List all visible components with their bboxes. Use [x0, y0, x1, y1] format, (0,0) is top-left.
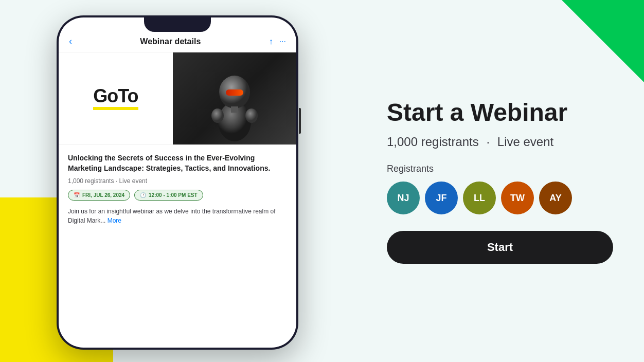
svg-rect-3 [231, 106, 238, 113]
start-button[interactable]: Start [387, 231, 613, 264]
panel-subtitle: 1,000 registrants · Live event [387, 135, 613, 149]
clock-icon: 🕐 [140, 192, 146, 198]
registrants-label: Registrants [387, 164, 613, 174]
goto-underline [93, 107, 138, 110]
registrant-avatar: JF [425, 182, 458, 214]
webinar-description: Join us for an insightful webinar as we … [68, 207, 287, 225]
bg-green-triangle [562, 0, 644, 82]
header-actions: ↑ ··· [269, 37, 286, 46]
screen-title: Webinar details [140, 37, 201, 46]
phone-side-button [299, 108, 301, 134]
phone-mockup: ‹ Webinar details ↑ ··· GoTo [57, 15, 298, 350]
webinar-tags: 📅 FRI, JUL 26, 2024 🕐 12:00 - 1:00 PM ES… [68, 190, 287, 201]
calendar-icon: 📅 [74, 192, 80, 198]
date-tag-label: FRI, JUL 26, 2024 [82, 192, 124, 198]
read-more-link[interactable]: More [108, 217, 121, 224]
registrant-avatar: NJ [387, 182, 420, 214]
webinar-meta: 1,000 registrants · Live event [68, 177, 287, 185]
avatars-row: NJJFLLTWAY [387, 182, 613, 214]
webinar-title: Unlocking the Secrets of Success in the … [68, 153, 287, 173]
back-button[interactable]: ‹ [69, 36, 72, 47]
robot-illustration [206, 55, 263, 142]
svg-point-4 [211, 108, 224, 123]
phone-notch [144, 17, 211, 32]
panel-title: Start a Webinar [387, 98, 613, 126]
registrant-avatar: TW [501, 182, 534, 214]
webinar-hero: GoTo [59, 52, 296, 145]
registrant-avatar: AY [539, 182, 572, 214]
goto-logo-text: GoTo [93, 87, 138, 105]
goto-logo: GoTo [93, 87, 138, 110]
svg-rect-2 [226, 89, 243, 96]
upload-icon[interactable]: ↑ [269, 37, 273, 46]
webinar-thumbnail [173, 52, 296, 144]
time-tag: 🕐 12:00 - 1:00 PM EST [134, 190, 203, 201]
phone-content: GoTo [59, 52, 296, 348]
webinar-info: Unlocking the Secrets of Success in the … [59, 145, 296, 233]
subtitle-registrants: 1,000 registrants [387, 135, 479, 149]
date-tag: 📅 FRI, JUL 26, 2024 [68, 190, 130, 201]
goto-logo-section: GoTo [59, 52, 173, 144]
registrant-avatar: LL [463, 182, 496, 214]
right-panel: Start a Webinar 1,000 registrants · Live… [387, 98, 613, 264]
svg-point-5 [245, 108, 258, 123]
phone-screen: ‹ Webinar details ↑ ··· GoTo [59, 17, 296, 348]
time-tag-label: 12:00 - 1:00 PM EST [149, 192, 197, 198]
more-options-icon[interactable]: ··· [279, 37, 286, 46]
subtitle-dot: · [486, 135, 490, 149]
subtitle-event-type: Live event [497, 135, 553, 149]
